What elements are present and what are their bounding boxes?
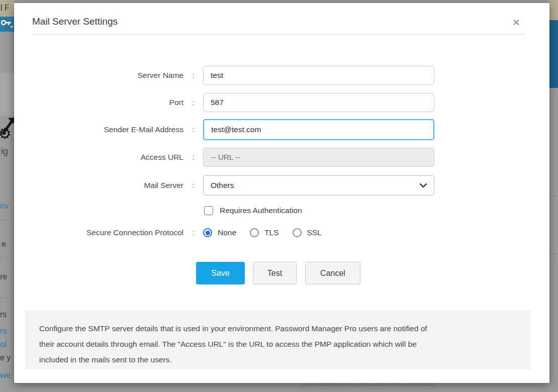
- background-link-fragment: ol: [0, 340, 6, 349]
- title-divider: [32, 34, 525, 35]
- mail-server-select[interactable]: Others: [203, 175, 434, 195]
- help-note-line: included in the mails sent to the users.: [39, 352, 517, 367]
- access-url-row: Access URL :: [14, 148, 549, 167]
- background-text-fragment: e y: [0, 353, 11, 362]
- background-divider: [549, 254, 558, 254]
- chevron-down-icon: [420, 183, 427, 188]
- mail-server-label: Mail Server: [14, 181, 183, 190]
- sender-email-label: Sender E-Mail Address: [14, 125, 183, 134]
- label-colon: :: [183, 181, 203, 190]
- background-text-fragment: rs: [0, 310, 7, 319]
- radio-none[interactable]: [203, 228, 212, 237]
- label-colon: :: [183, 125, 203, 134]
- smtp-help-note: Configure the SMTP server details that i…: [25, 311, 531, 369]
- help-note-line: Configure the SMTP server details that i…: [39, 321, 517, 336]
- access-url-label: Access URL: [14, 153, 183, 162]
- label-colon: :: [183, 153, 203, 162]
- requires-auth-label: Requires Authentication: [220, 206, 302, 215]
- background-navbar-strip: [0, 17, 14, 32]
- sender-email-row: Sender E-Mail Address : ⓘ: [14, 119, 549, 140]
- access-url-input: [203, 148, 434, 167]
- mail-server-selected-value: Others: [211, 181, 234, 190]
- background-navbar-strip-right: [549, 20, 558, 88]
- background-text-fragment: ig: [1, 146, 8, 157]
- mail-server-row: Mail Server : Others: [14, 175, 549, 195]
- background-divider: [0, 220, 14, 220]
- label-colon: :: [183, 71, 203, 80]
- background-panel-strip: [0, 73, 14, 116]
- background-link-fragment: rs: [0, 327, 7, 336]
- mail-server-settings-dialog: Mail Server Settings ✕ Server Name : Por…: [14, 3, 549, 383]
- background-divider: [302, 385, 435, 385]
- port-row: Port :: [14, 93, 549, 112]
- label-colon: :: [183, 228, 203, 237]
- background-divider: [0, 298, 14, 298]
- background-link-fragment: ov: [0, 202, 9, 211]
- key-icon: [1, 18, 14, 30]
- server-name-label: Server Name: [14, 71, 183, 80]
- radio-ssl[interactable]: [293, 228, 302, 237]
- server-name-row: Server Name :: [14, 66, 549, 85]
- background-divider: [0, 257, 14, 258]
- close-icon[interactable]: ✕: [510, 16, 523, 29]
- background-text-fragment: l F: [1, 4, 10, 13]
- secure-protocol-label: Secure Connection Protocol: [14, 228, 183, 237]
- cancel-button[interactable]: Cancel: [305, 262, 360, 284]
- background-link-fragment: we: [0, 370, 11, 380]
- background-text-fragment: re: [0, 272, 7, 281]
- server-name-input[interactable]: [203, 66, 434, 85]
- secure-protocol-row: Secure Connection Protocol : None TLS SS…: [14, 228, 549, 237]
- port-label: Port: [14, 98, 183, 107]
- radio-tls-label: TLS: [264, 228, 278, 237]
- radio-none-label: None: [218, 228, 236, 237]
- radio-tls[interactable]: [250, 228, 259, 237]
- gear-icon: ⚙: [0, 125, 12, 142]
- secure-protocol-options: None TLS SSL: [203, 228, 335, 237]
- background-divider: [549, 196, 558, 197]
- background-text-fragment: e: [2, 240, 6, 249]
- radio-ssl-label: SSL: [307, 228, 322, 237]
- sender-email-input[interactable]: [203, 119, 434, 140]
- dialog-title: Mail Server Settings: [32, 16, 118, 27]
- label-colon: :: [183, 98, 203, 107]
- help-note-line: their account details through email. The…: [39, 336, 517, 352]
- test-button[interactable]: Test: [253, 262, 297, 284]
- requires-auth-checkbox[interactable]: [204, 206, 213, 215]
- port-input[interactable]: [203, 93, 434, 112]
- save-button[interactable]: Save: [196, 262, 245, 284]
- background-header-strip-right: [549, 0, 558, 20]
- requires-auth-row: Requires Authentication: [14, 206, 549, 215]
